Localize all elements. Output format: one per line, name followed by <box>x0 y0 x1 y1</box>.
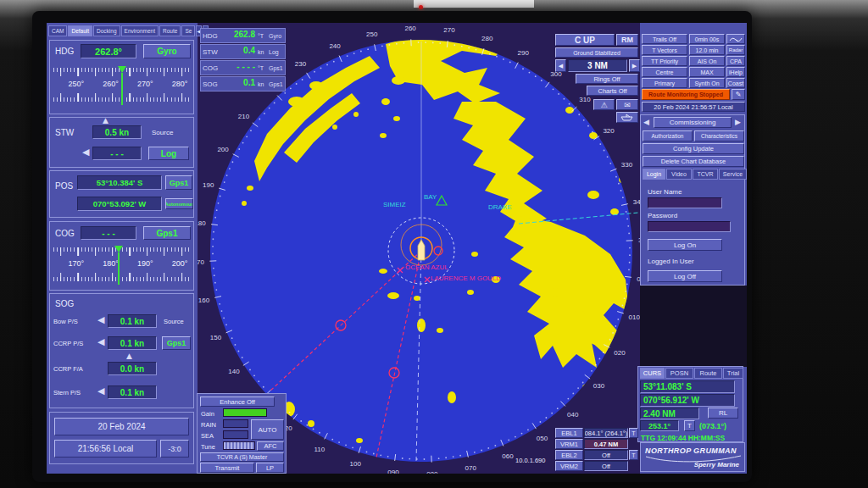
bearing-label-260: 260 <box>404 25 416 32</box>
strip-label-190: 190° <box>137 259 153 268</box>
commissioning-tab-tcvr[interactable]: TCVR <box>693 169 718 180</box>
control-button-radar[interactable]: Radar <box>726 45 745 55</box>
control-button-12-0-min[interactable]: 12.0 min <box>689 45 725 55</box>
control-button-tt-priority[interactable]: TT Priority <box>642 56 687 66</box>
sog-stern-decrease-icon[interactable]: ◀ <box>97 385 104 396</box>
alarm-warning-icon[interactable]: ⚠ <box>593 99 615 110</box>
enhance-button[interactable]: Enhance Off <box>200 396 275 407</box>
tcvr-master-button[interactable]: TCVR A (S) Master <box>200 452 284 462</box>
username-input[interactable] <box>648 197 722 208</box>
control-button-primary[interactable]: Primary <box>642 78 687 88</box>
control-button-max[interactable]: MAX <box>689 67 725 77</box>
authorization-button[interactable]: Authorization <box>643 130 693 141</box>
rings-button[interactable]: Rings Off <box>576 74 638 84</box>
menu-tab-se[interactable]: Se <box>181 25 195 36</box>
range-decrease-icon[interactable]: ◀ <box>555 59 566 72</box>
log-on-button[interactable]: Log On <box>648 239 722 251</box>
characteristics-button[interactable]: Characteristics <box>694 130 744 141</box>
sog-source-button[interactable]: Gps1 <box>162 336 191 350</box>
log-off-button[interactable]: Log Off <box>648 270 722 282</box>
password-input[interactable] <box>648 221 731 232</box>
delete-chart-db-button[interactable]: Delete Chart Database <box>643 156 744 167</box>
hud-label: COG <box>203 64 218 72</box>
panel-prev-icon[interactable]: ◀ <box>643 118 649 126</box>
control-button-trails-off[interactable]: Trails Off <box>642 34 687 44</box>
commissioning-tab-service[interactable]: Service <box>719 169 747 180</box>
radar-wave-icon[interactable] <box>726 34 745 44</box>
vrm1-button[interactable]: VRM1 <box>555 439 583 449</box>
commissioning-tab-video[interactable]: Video <box>666 169 692 180</box>
target-label-simeiz[interactable]: SIMEIZ <box>383 201 406 208</box>
sog-label: SOG <box>55 299 74 308</box>
sea-level-bar[interactable] <box>223 430 248 439</box>
menu-tab-environment[interactable]: Environment <box>121 25 159 36</box>
pulse-length-button[interactable]: LP <box>256 463 284 473</box>
ebl2-true-toggle[interactable]: T <box>629 450 638 460</box>
target-label-bay[interactable]: BAY <box>424 193 437 201</box>
control-button-ihelp[interactable]: iHelp <box>726 67 745 77</box>
strip-label-260: 260° <box>103 80 119 88</box>
hdg-source-button[interactable]: Gyro <box>143 44 191 58</box>
control-button-coast[interactable]: Coast <box>726 78 745 88</box>
ebl1-button[interactable]: EBL1 <box>555 428 583 438</box>
stw-increase-icon[interactable]: ▲ <box>103 116 108 125</box>
tuning-panel: Enhance Off Gain RAIN SEA AUTO Tune AFC … <box>197 393 287 474</box>
hdg-compass-strip[interactable]: 250°260°270°280° <box>53 68 192 107</box>
menu-tab-default[interactable]: Default <box>68 25 92 36</box>
rain-level-bar[interactable] <box>223 419 248 428</box>
tune-level-bar[interactable] <box>223 441 255 450</box>
motion-mode-button[interactable]: RM <box>616 34 638 46</box>
vrm2-button[interactable]: VRM2 <box>555 461 583 471</box>
ebl2-button[interactable]: EBL2 <box>555 450 583 460</box>
target-label-drake[interactable]: DRAKE <box>488 203 512 211</box>
cursor-tab-curs[interactable]: CURS <box>640 368 665 379</box>
messages-envelope-icon[interactable]: ✉ <box>616 99 638 110</box>
cursor-position-panel: CURSPOSNRouteTrial 53°11.083' S 070°56.9… <box>637 366 743 442</box>
ebl1-value: 084.1° (264.1°) <box>584 428 628 438</box>
afc-button[interactable]: AFC <box>257 441 284 451</box>
pos-lat-source-button[interactable]: Gps1 <box>165 175 192 190</box>
hud-source: Log <box>269 49 279 55</box>
auto-clutter-button[interactable]: AUTO <box>251 419 284 440</box>
control-button-ais-on[interactable]: AIS On <box>689 56 725 66</box>
charts-button[interactable]: Charts Off <box>587 86 638 96</box>
commissioning-tab-login[interactable]: Login <box>643 169 665 180</box>
orientation-mode-button[interactable]: C UP <box>555 34 615 46</box>
menu-tab-route[interactable]: Route <box>159 25 181 36</box>
hud-unit: kn <box>258 49 264 55</box>
stw-decrease-icon[interactable]: ◀ <box>82 147 89 158</box>
cursor-tab-route[interactable]: Route <box>694 368 722 379</box>
cog-source-button[interactable]: Gps1 <box>143 226 191 240</box>
true-relative-toggle[interactable]: T <box>684 420 695 431</box>
cursor-tab-trial[interactable]: Trial <box>723 368 743 379</box>
cog-compass-strip[interactable]: 170°180°190°200° <box>53 247 192 286</box>
target-label-laurence-m-gould[interactable]: LAURENCE M GOULD <box>431 274 501 282</box>
menu-tab-docking[interactable]: Docking <box>93 25 120 36</box>
menu-tab-cam[interactable]: CAM <box>48 25 67 36</box>
own-ship-settings-icon[interactable] <box>616 112 638 123</box>
config-update-button[interactable]: Config Update <box>643 143 744 154</box>
control-button-t-vectors[interactable]: T Vectors <box>642 45 687 55</box>
control-button-0min-00s[interactable]: 0min 00s <box>689 34 725 44</box>
rl-button[interactable]: RL <box>708 408 738 419</box>
strip-pointer-line <box>121 73 123 105</box>
range-increase-icon[interactable]: ▶ <box>629 59 640 72</box>
cursor-tab-posn[interactable]: POSN <box>665 368 693 379</box>
ebl1-true-toggle[interactable]: T <box>629 428 638 438</box>
transmit-button[interactable]: Transmit <box>200 463 254 473</box>
target-label-ocean-azul[interactable]: OCEAN AZUL <box>405 263 448 271</box>
edit-pencil-icon[interactable]: ✎ <box>732 89 745 100</box>
gain-level-bar[interactable] <box>223 408 267 417</box>
bearing-label-270: 270 <box>443 26 455 34</box>
sog-bow-decrease-icon[interactable]: ◀ <box>97 314 104 325</box>
sog-ccrp-ps-decrease-icon[interactable]: ◀ <box>97 336 104 347</box>
strip-pointer-line <box>118 252 120 285</box>
control-button-centre[interactable]: Centre <box>642 67 687 77</box>
sog-ccrp-fa-increase-icon[interactable]: ▲ <box>126 352 132 360</box>
stw-source-button[interactable]: Log <box>148 147 189 160</box>
panel-next-icon[interactable]: ▶ <box>735 118 741 126</box>
stabilization-button[interactable]: Ground Stabilized <box>555 47 638 58</box>
control-button-cpa[interactable]: CPA <box>726 56 745 66</box>
pos-mode-button[interactable]: Autonomous <box>165 198 193 209</box>
control-button-synth-on[interactable]: Synth On <box>689 78 725 88</box>
